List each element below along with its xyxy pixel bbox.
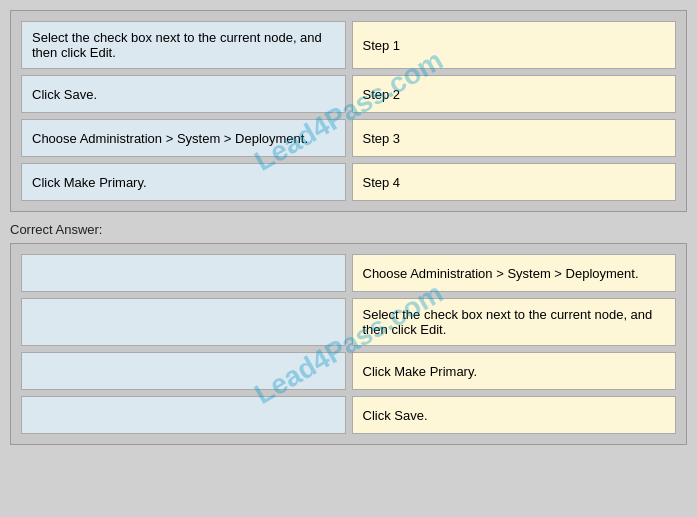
- section2-row1-right: Select the check box next to the current…: [352, 298, 677, 346]
- section2-grid: Choose Administration > System > Deploym…: [21, 254, 676, 434]
- section2-row3-left: [21, 396, 346, 434]
- section2-row2-right: Click Make Primary.: [352, 352, 677, 390]
- section1-row0-left: Select the check box next to the current…: [21, 21, 346, 69]
- section2-row1-left: [21, 298, 346, 346]
- section2-row2-left: [21, 352, 346, 390]
- section1-row2-right: Step 3: [352, 119, 677, 157]
- section2-row0-left: [21, 254, 346, 292]
- section1-row3-left: Click Make Primary.: [21, 163, 346, 201]
- section2: Lead4Pass.com Choose Administration > Sy…: [10, 243, 687, 445]
- section1-row1-right: Step 2: [352, 75, 677, 113]
- section1-row2-left: Choose Administration > System > Deploym…: [21, 119, 346, 157]
- section1-row0-right: Step 1: [352, 21, 677, 69]
- section2-row3-right: Click Save.: [352, 396, 677, 434]
- section1-row1-left: Click Save.: [21, 75, 346, 113]
- correct-answer-label: Correct Answer:: [10, 222, 687, 237]
- section1-row3-right: Step 4: [352, 163, 677, 201]
- section1-grid: Select the check box next to the current…: [21, 21, 676, 201]
- section2-row0-right: Choose Administration > System > Deploym…: [352, 254, 677, 292]
- section1: Lead4Pass.com Select the check box next …: [10, 10, 687, 212]
